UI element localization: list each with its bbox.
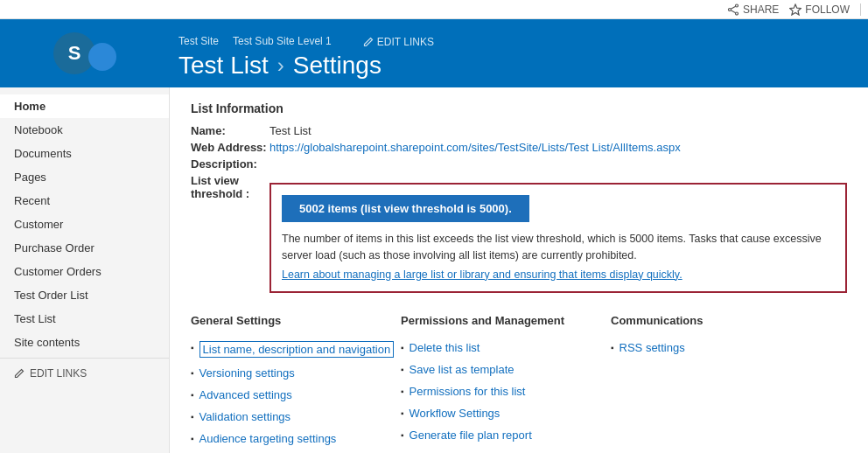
breadcrumb: Test Site Test Sub Site Level 1 EDIT LIN…: [178, 34, 434, 48]
star-icon: [789, 3, 802, 16]
delete-list-link[interactable]: Delete this list: [410, 341, 480, 354]
breadcrumb-subsite[interactable]: Test Sub Site Level 1: [233, 35, 332, 47]
svg-line-3: [731, 6, 735, 9]
web-address-row: Web Address: https://globalsharepoint.sh…: [191, 141, 847, 154]
list-view-row: List view threshold : 5002 items (list v…: [191, 174, 847, 307]
communications-header: Communications: [611, 314, 803, 331]
web-address-link[interactable]: https://globalsharepoint.sharepoint.com/…: [270, 141, 681, 154]
general-settings-col: General Settings ▪ List name, descriptio…: [191, 314, 401, 454]
permissions-col: Permissions and Management ▪ Delete this…: [401, 314, 611, 454]
bullet-4: ▪: [191, 412, 194, 422]
content-area: List Information Name: Test List Web Add…: [170, 87, 868, 453]
svg-point-2: [728, 8, 731, 10]
bullet-p3: ▪: [401, 387, 404, 396]
general-settings-header: General Settings: [191, 314, 401, 331]
sidebar-edit-links[interactable]: EDIT LINKS: [0, 362, 169, 385]
sidebar-item-purchase-order[interactable]: Purchase Order: [0, 236, 169, 260]
page-title: Test List › Settings: [178, 52, 434, 80]
sidebar-item-notebook[interactable]: Notebook: [0, 118, 169, 142]
settings-item-file-plan: ▪ Generate file plan report: [401, 429, 611, 442]
pencil-icon-sidebar: [14, 368, 24, 379]
settings-item-workflow: ▪ Workflow Settings: [401, 407, 611, 420]
main-layout: Home Notebook Documents Pages Recent Cus…: [0, 87, 868, 453]
header-subtitle: Settings: [293, 52, 382, 80]
svg-line-4: [731, 10, 735, 12]
info-table: Name: Test List Web Address: https://glo…: [191, 124, 847, 307]
bullet-p4: ▪: [401, 408, 404, 418]
description-label: Description:: [191, 157, 270, 171]
sidebar-item-customer-orders[interactable]: Customer Orders: [0, 260, 169, 283]
bullet-c1: ▪: [611, 343, 614, 352]
settings-item-permissions: ▪ Permissions for this list: [401, 385, 611, 398]
edit-links-label: EDIT LINKS: [377, 36, 434, 48]
settings-item-rss: ▪ RSS settings: [611, 341, 803, 354]
svg-marker-5: [790, 4, 802, 15]
bullet-p2: ▪: [401, 365, 404, 374]
sidebar-item-recent[interactable]: Recent: [0, 189, 169, 213]
settings-item-versioning: ▪ Versioning settings: [191, 366, 401, 380]
pencil-icon: [363, 37, 374, 47]
settings-item-delete: ▪ Delete this list: [401, 341, 611, 354]
sidebar-divider: [0, 358, 169, 359]
sidebar-item-documents[interactable]: Documents: [0, 142, 169, 165]
sidebar-item-site-contents[interactable]: Site contents: [0, 331, 169, 354]
header-edit-links[interactable]: EDIT LINKS: [363, 36, 434, 48]
communications-col: Communications ▪ RSS settings: [611, 314, 803, 454]
bullet-p1: ▪: [401, 343, 404, 352]
sidebar-item-pages[interactable]: Pages: [0, 165, 169, 189]
breadcrumb-site[interactable]: Test Site: [178, 35, 219, 47]
logo-letter: S: [68, 42, 81, 65]
svg-point-0: [735, 4, 738, 7]
list-view-sublabel-text: threshold :: [191, 187, 249, 200]
settings-item-list-name: ▪ List name, description and navigation: [191, 341, 401, 358]
sidebar-item-home[interactable]: Home: [0, 94, 169, 118]
site-logo: S: [0, 19, 170, 87]
share-label: SHARE: [743, 3, 779, 16]
rss-link[interactable]: RSS settings: [620, 341, 685, 354]
name-value: Test List: [270, 124, 312, 137]
web-address-label: Web Address:: [191, 141, 270, 154]
share-button[interactable]: SHARE: [727, 3, 779, 16]
sidebar-edit-links-label: EDIT LINKS: [30, 367, 87, 380]
bullet-1: ▪: [191, 343, 194, 352]
sidebar-item-customer[interactable]: Customer: [0, 213, 169, 236]
settings-grid: General Settings ▪ List name, descriptio…: [191, 314, 847, 454]
svg-point-1: [735, 12, 738, 15]
versioning-link[interactable]: Versioning settings: [200, 366, 295, 380]
permissions-link[interactable]: Permissions for this list: [410, 385, 526, 398]
list-name-link[interactable]: List name, description and navigation: [200, 341, 395, 358]
bullet-5: ▪: [191, 434, 194, 443]
divider: [860, 3, 861, 16]
share-icon: [727, 3, 739, 16]
settings-item-audience: ▪ Audience targeting settings: [191, 432, 401, 445]
file-plan-link[interactable]: Generate file plan report: [410, 429, 532, 442]
logo-group: S: [53, 32, 116, 74]
advanced-link[interactable]: Advanced settings: [200, 388, 292, 401]
top-bar: SHARE FOLLOW: [0, 0, 868, 19]
sidebar-item-test-list[interactable]: Test List: [0, 307, 169, 331]
threshold-button[interactable]: 5002 items (list view threshold is 5000)…: [282, 195, 529, 222]
follow-label: FOLLOW: [805, 3, 850, 16]
sidebar: Home Notebook Documents Pages Recent Cus…: [0, 87, 170, 453]
threshold-learn-link[interactable]: Learn about managing a large list or lib…: [282, 268, 682, 281]
settings-item-save-template: ▪ Save list as template: [401, 363, 611, 376]
threshold-warning-text: The number of items in this list exceeds…: [282, 231, 835, 264]
web-address-value: https://globalsharepoint.sharepoint.com/…: [270, 141, 681, 154]
top-bar-actions: SHARE FOLLOW: [727, 3, 861, 16]
name-label: Name:: [191, 124, 270, 137]
bullet-3: ▪: [191, 390, 194, 400]
bullet-p5: ▪: [401, 430, 404, 440]
save-template-link[interactable]: Save list as template: [410, 363, 514, 376]
logo-shape: [88, 43, 116, 71]
follow-button[interactable]: FOLLOW: [789, 3, 850, 16]
validation-link[interactable]: Validation settings: [200, 410, 291, 423]
settings-item-validation: ▪ Validation settings: [191, 410, 401, 423]
workflow-link[interactable]: Workflow Settings: [410, 407, 500, 420]
sidebar-item-test-order-list[interactable]: Test Order List: [0, 283, 169, 307]
bullet-2: ▪: [191, 368, 194, 378]
header-title-list: Test List: [178, 52, 269, 80]
title-arrow: ›: [277, 53, 284, 78]
description-row: Description:: [191, 157, 847, 171]
threshold-box: 5002 items (list view threshold is 5000)…: [270, 183, 847, 293]
audience-link[interactable]: Audience targeting settings: [200, 432, 337, 445]
